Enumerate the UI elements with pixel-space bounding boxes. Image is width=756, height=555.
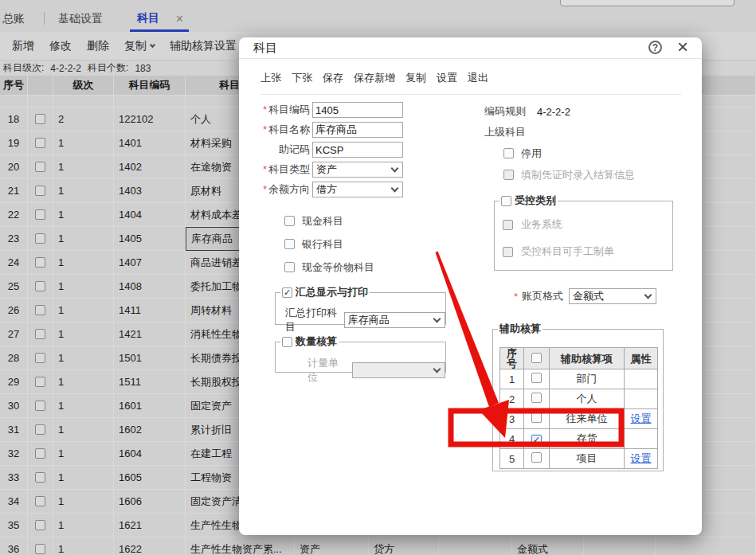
aux-checkbox[interactable]	[531, 452, 542, 463]
field-balance-direction: *余额方向 借方	[239, 182, 478, 197]
checkbox-label: 受控科目可手工制单	[521, 244, 614, 259]
aux-checkbox[interactable]	[531, 412, 542, 423]
dialog-header: 科目 ? ×	[239, 37, 702, 59]
aux-settings-link[interactable]: 设置	[631, 452, 652, 464]
chevron-down-icon	[433, 365, 441, 373]
auxiliary-accounting-group: 辅助核算 序号辅助核算项属性 1部门2个人3往来单位设置4✓存货5项目设置	[492, 322, 664, 471]
aux-item-cell: 项目	[550, 449, 625, 469]
account-name-input[interactable]	[312, 122, 403, 138]
stop-use-checkbox[interactable]	[503, 148, 514, 158]
checkbox[interactable]	[284, 239, 295, 249]
field-account-name: *科目名称	[239, 122, 478, 138]
summary-print-subject-label: 汇总打印科目	[285, 306, 339, 334]
dialog-right-column: 编码规则 4-2-2-2 上级科目 停用 填制凭证时录入结算信息	[478, 100, 702, 535]
checkbox[interactable]	[503, 247, 513, 257]
checkbox-row-现金科目: 现金科目	[239, 209, 478, 233]
aux-checkbox[interactable]	[531, 373, 542, 383]
aux-action-cell: 设置	[625, 449, 658, 469]
aux-checkbox[interactable]: ✓	[531, 435, 542, 445]
help-icon[interactable]: ?	[648, 41, 662, 54]
auxiliary-table-body: 1部门2个人3往来单位设置4✓存货5项目设置	[500, 369, 658, 469]
summary-print-checkbox[interactable]: ✓	[282, 287, 292, 298]
auxiliary-row-个人: 2个人	[500, 389, 658, 409]
account-code-input[interactable]	[312, 102, 403, 118]
settlement-info-checkbox[interactable]	[503, 170, 514, 180]
menu-item-设置[interactable]: 设置	[437, 71, 457, 85]
controlled-item-业务系统: 业务系统	[495, 214, 672, 235]
aux-seq-cell: 3	[500, 409, 524, 429]
balance-direction-select[interactable]: 借方	[312, 182, 403, 197]
auxiliary-column-header: 属性	[625, 348, 658, 369]
controlled-category-checkbox[interactable]	[501, 196, 511, 206]
flag-checkbox-group: 现金科目银行科目现金等价物科目	[239, 209, 478, 279]
aux-action-cell	[625, 389, 658, 409]
subject-dialog: 科目 ? × 上张下张保存保存新增复制设置退出 *科目编码 *科目名称	[239, 37, 702, 535]
controlled-category-group: 受控类别 业务系统受控科目可手工制单	[494, 193, 673, 271]
aux-item-cell: 个人	[550, 389, 625, 409]
aux-checkbox-cell	[524, 409, 550, 429]
quantity-accounting-checkbox[interactable]	[282, 337, 292, 347]
account-type-select[interactable]: 资产	[312, 162, 403, 178]
auxiliary-column-header	[524, 348, 550, 369]
aux-checkbox-cell	[524, 369, 550, 389]
aux-action-cell: 设置	[625, 409, 658, 429]
required-asterisk: *	[263, 104, 267, 115]
auxiliary-header-row: 序号辅助核算项属性	[500, 348, 658, 369]
aux-item-cell: 存货	[550, 429, 625, 449]
mnemonic-input[interactable]	[312, 142, 403, 158]
checkbox[interactable]	[284, 262, 295, 272]
menu-item-复制[interactable]: 复制	[405, 71, 426, 85]
auxiliary-row-部门: 1部门	[500, 369, 658, 389]
dialog-body: *科目编码 *科目名称 *助记码 *科目类型 资产	[239, 100, 702, 535]
checkbox-label: 现金等价物科目	[302, 260, 374, 275]
menu-item-保存新增[interactable]: 保存新增	[354, 71, 395, 85]
dialog-menu: 上张下张保存保存新增复制设置退出	[260, 71, 488, 85]
parent-subject-label: 上级科目	[478, 122, 702, 143]
aux-checkbox-cell	[524, 449, 550, 469]
measure-unit-label: 计量单位	[307, 356, 347, 385]
aux-item-cell: 往来单位	[550, 409, 625, 429]
field-account-code: *科目编码	[239, 102, 478, 118]
auxiliary-column-header: 辅助核算项	[550, 348, 625, 369]
close-icon[interactable]: ×	[677, 37, 688, 57]
checkbox-label: 现金科目	[302, 214, 343, 229]
auxiliary-column-header: 序号	[500, 348, 524, 369]
required-asterisk: *	[263, 183, 267, 195]
checkbox[interactable]	[284, 216, 295, 226]
menu-item-保存[interactable]: 保存	[323, 71, 343, 85]
auxiliary-row-项目: 5项目设置	[500, 449, 658, 469]
aux-seq-cell: 1	[500, 369, 524, 389]
aux-seq-cell: 2	[500, 389, 524, 409]
aux-settings-link[interactable]: 设置	[631, 412, 652, 424]
controlled-items: 业务系统受控科目可手工制单	[495, 214, 672, 262]
settlement-info-row: 填制凭证时录入结算信息	[478, 164, 702, 186]
required-asterisk: *	[263, 123, 267, 135]
menu-item-退出[interactable]: 退出	[468, 71, 488, 85]
checkbox[interactable]	[503, 220, 513, 230]
chevron-down-icon	[391, 184, 399, 192]
field-mnemonic: *助记码	[239, 142, 478, 158]
auxiliary-table: 序号辅助核算项属性 1部门2个人3往来单位设置4✓存货5项目设置	[499, 347, 658, 469]
chevron-down-icon	[391, 164, 399, 172]
select-all-checkbox[interactable]	[531, 353, 542, 363]
summary-print-subject-select[interactable]: 库存商品	[344, 312, 445, 328]
auxiliary-row-存货: 4✓存货	[500, 429, 658, 449]
dialog-left-column: *科目编码 *科目名称 *助记码 *科目类型 资产	[239, 100, 478, 373]
menu-item-下张[interactable]: 下张	[292, 71, 312, 85]
checkbox-label: 银行科目	[302, 237, 343, 252]
page-format-select[interactable]: 金额式	[569, 288, 656, 304]
quantity-accounting-group: 数量核算 计量单位	[275, 334, 446, 373]
aux-checkbox-cell: ✓	[524, 429, 550, 449]
aux-seq-cell: 5	[500, 449, 524, 469]
measure-unit-select[interactable]	[352, 362, 445, 378]
aux-item-cell: 部门	[550, 369, 625, 389]
aux-checkbox-cell	[524, 389, 550, 409]
menu-item-上张[interactable]: 上张	[260, 71, 281, 85]
controlled-item-受控科目可手工制单: 受控科目可手工制单	[495, 241, 672, 262]
field-account-type: *科目类型 资产	[239, 162, 478, 178]
dialog-title: 科目	[253, 41, 277, 56]
menu-divider	[260, 94, 681, 95]
aux-checkbox[interactable]	[531, 393, 542, 403]
chevron-down-icon	[644, 291, 652, 299]
aux-seq-cell: 4	[500, 429, 524, 449]
